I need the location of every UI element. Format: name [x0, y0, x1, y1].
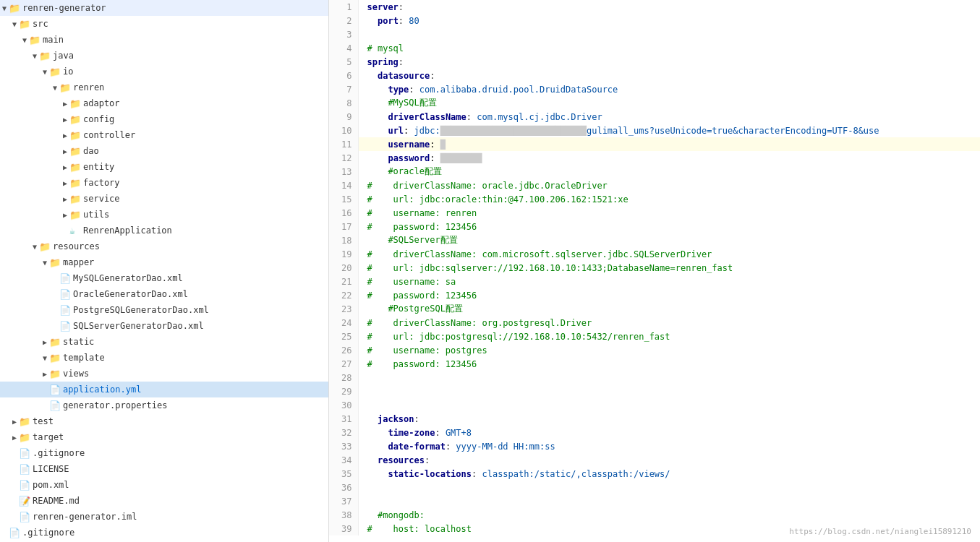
tree-icon-txt: 📄 — [19, 464, 30, 474]
line-code — [358, 384, 980, 398]
tree-item-application.yml[interactable]: 📄application.yml — [0, 382, 328, 397]
line-code: # driverClassName: oracle.jdbc.OracleDri… — [358, 178, 980, 192]
line-code: type: com.alibaba.druid.pool.DruidDataSo… — [358, 82, 980, 96]
line-number: 29 — [329, 384, 358, 398]
tree-item-entity[interactable]: ▶📁entity — [0, 159, 328, 175]
line-code: password: ████████ — [358, 151, 980, 165]
tree-icon-java-renren: ☕ — [69, 225, 81, 236]
line-number: 1 — [329, 0, 358, 14]
line-code: #MySQL配置 — [358, 96, 980, 110]
code-line-28: 28 — [329, 371, 980, 384]
line-code: # username: sa — [358, 275, 980, 288]
tree-item-pom.xml[interactable]: 📄pom.xml — [0, 477, 328, 493]
tree-item-utils[interactable]: ▶📁utils — [0, 207, 328, 223]
line-code: # driverClassName: com.microsoft.sqlserv… — [358, 247, 980, 261]
tree-arrow: ▶ — [61, 100, 69, 108]
tree-item-static[interactable]: ▶📁static — [0, 334, 328, 350]
tree-item-adaptor[interactable]: ▶📁adaptor — [0, 95, 328, 111]
tree-item-PostgreSQLGeneratorDao[interactable]: 📄PostgreSQLGeneratorDao.xml — [0, 302, 328, 318]
tree-item-template[interactable]: ▼📁template — [0, 350, 328, 366]
code-line-27: 27# password: 123456 — [329, 357, 980, 371]
tree-item-MySQLGeneratorDao[interactable]: 📄MySQLGeneratorDao.xml — [0, 270, 328, 286]
tree-label: PostgreSQLGeneratorDao.xml — [73, 305, 209, 315]
line-number: 22 — [329, 288, 358, 302]
tree-icon-folder: 📁 — [69, 130, 81, 140]
tree-item-controller[interactable]: ▶📁controller — [0, 127, 328, 143]
tree-icon-txt: 📄 — [9, 528, 20, 538]
line-code: # mysql — [358, 41, 980, 55]
tree-item-generator.properties[interactable]: 📄generator.properties — [0, 397, 328, 413]
code-table: 1server:2 port: 8034# mysql5spring:6 dat… — [329, 0, 980, 535]
tree-item-config[interactable]: ▶📁config — [0, 111, 328, 127]
tree-label: service — [83, 194, 120, 204]
line-code — [358, 494, 980, 508]
tree-icon-folder: 📁 — [69, 162, 81, 172]
tree-item-renren-generator[interactable]: ▼📁renren-generator — [0, 0, 328, 16]
tree-item-service[interactable]: ▶📁service — [0, 191, 328, 207]
tree-item-.gitignore[interactable]: 📄.gitignore — [0, 445, 328, 461]
tree-item-io[interactable]: ▼📁io — [0, 64, 328, 79]
code-line-32: 32 time-zone: GMT+8 — [329, 426, 980, 439]
line-number: 10 — [329, 124, 358, 137]
tree-item-test[interactable]: ▶📁test — [0, 413, 328, 429]
line-code — [358, 27, 980, 41]
tree-item-views[interactable]: ▶📁views — [0, 366, 328, 382]
line-code: #mongodb: — [358, 508, 980, 522]
tree-arrow: ▼ — [10, 20, 19, 28]
line-number: 17 — [329, 220, 358, 233]
line-code: server: — [358, 0, 980, 14]
tree-item-LICENSE[interactable]: 📄LICENSE — [0, 461, 328, 477]
tree-arrow: ▶ — [41, 370, 49, 378]
code-line-10: 10 url: jdbc:███████████████████████████… — [329, 124, 980, 137]
tree-icon-folder-open: 📁 — [9, 3, 20, 13]
tree-label: test — [33, 416, 54, 426]
tree-arrow: ▶ — [61, 195, 69, 203]
tree-item-.gitignore2[interactable]: 📄.gitignore — [0, 525, 328, 541]
tree-icon-folder: 📁 — [69, 98, 81, 108]
code-line-19: 19# driverClassName: com.microsoft.sqlse… — [329, 247, 980, 261]
tree-arrow: ▼ — [41, 259, 49, 267]
tree-item-src[interactable]: ▼📁src — [0, 16, 328, 32]
code-line-35: 35 static-locations: classpath:/static/,… — [329, 467, 980, 481]
tree-arrow: ▼ — [41, 354, 49, 362]
tree-item-SQLServerGeneratorDao[interactable]: 📄SQLServerGeneratorDao.xml — [0, 318, 328, 334]
tree-item-target[interactable]: ▶📁target — [0, 429, 328, 445]
tree-item-java[interactable]: ▼📁java — [0, 48, 328, 64]
line-code: date-format: yyyy-MM-dd HH:mm:ss — [358, 439, 980, 453]
line-code: username: █ — [358, 137, 980, 151]
tree-item-resources[interactable]: ▼📁resources — [0, 238, 328, 254]
line-code: spring: — [358, 55, 980, 69]
code-line-33: 33 date-format: yyyy-MM-dd HH:mm:ss — [329, 439, 980, 453]
line-number: 32 — [329, 426, 358, 439]
line-code: driverClassName: com.mysql.cj.jdbc.Drive… — [358, 110, 980, 124]
tree-item-RenrenApplication[interactable]: ☕RenrenApplication — [0, 223, 328, 238]
line-code: # username: postgres — [358, 343, 980, 357]
line-number: 26 — [329, 343, 358, 357]
tree-icon-folder: 📁 — [69, 210, 81, 220]
tree-label: README.md — [33, 496, 80, 506]
tree-item-main[interactable]: ▼📁main — [0, 32, 328, 48]
code-line-11: 11 username: █ — [329, 137, 980, 151]
line-number: 15 — [329, 192, 358, 206]
tree-icon-folder: 📁 — [69, 194, 81, 204]
line-number: 2 — [329, 14, 358, 27]
line-number: 31 — [329, 412, 358, 426]
tree-label: utils — [83, 210, 109, 220]
tree-item-renren-generator.iml[interactable]: 📄renren-generator.iml — [0, 509, 328, 525]
tree-item-dao[interactable]: ▶📁dao — [0, 143, 328, 159]
file-tree[interactable]: ▼📁renren-generator▼📁src▼📁main▼📁java▼📁io▼… — [0, 0, 329, 542]
line-number: 37 — [329, 494, 358, 508]
tree-item-OracleGeneratorDao[interactable]: 📄OracleGeneratorDao.xml — [0, 286, 328, 302]
tree-item-README.md[interactable]: 📝README.md — [0, 493, 328, 509]
tree-item-factory[interactable]: ▶📁factory — [0, 175, 328, 191]
code-line-2: 2 port: 80 — [329, 14, 980, 27]
code-line-34: 34 resources: — [329, 453, 980, 467]
tree-item-renren[interactable]: ▼📁renren — [0, 79, 328, 95]
tree-label: template — [63, 353, 105, 363]
tree-label: config — [83, 114, 114, 124]
code-line-29: 29 — [329, 384, 980, 398]
tree-arrow: ▶ — [61, 211, 69, 219]
tree-icon-xml: 📄 — [19, 480, 30, 490]
tree-item-mapper[interactable]: ▼📁mapper — [0, 254, 328, 270]
line-number: 3 — [329, 27, 358, 41]
